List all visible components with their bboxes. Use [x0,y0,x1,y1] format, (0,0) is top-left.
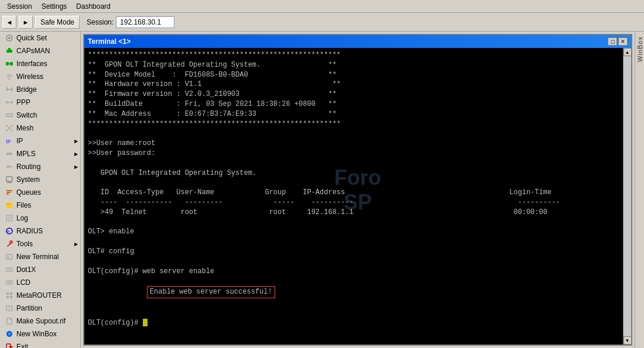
sidebar-item-system[interactable]: System [0,173,80,186]
terminal-controls: ◻ ✕ [608,37,628,46]
svg-rect-53 [6,296,9,298]
svg-line-26 [9,128,12,130]
terminal-titlebar: Terminal <1> ◻ ✕ [84,35,631,48]
sidebar-item-queues[interactable]: Queues [0,186,80,199]
svg-point-0 [8,37,11,39]
svg-point-58 [8,332,11,336]
terminal-success-message: Enable web server successful! [88,276,619,308]
sidebar-item-files[interactable]: Files [0,199,80,212]
sidebar-label-routing: Routing [16,163,40,171]
content-area: Terminal <1> ◻ ✕ ***********************… [81,32,635,348]
terminal-body[interactable]: ****************************************… [84,48,623,344]
sidebar-item-switch[interactable]: Switch [0,109,80,122]
sidebar-item-ppp[interactable]: PPP [0,96,80,109]
log-icon [5,215,14,222]
terminal-line: GPON OLT Integrated Operating System. [88,168,619,178]
gear-icon [5,35,14,42]
cursor [143,319,148,326]
sidebar-label-capsman: CAPsMAN [16,47,50,55]
terminal-restore-button[interactable]: ◻ [608,37,617,46]
terminal-line: OLT# config [88,247,619,257]
session-label: Session: [87,18,114,26]
menu-session[interactable]: Session [2,1,37,12]
svg-rect-34 [6,192,11,193]
sidebar-item-metarouter[interactable]: MetaROUTER [0,289,80,302]
svg-point-15 [7,115,8,116]
success-box: Enable web server successful! [147,286,275,298]
terminal-line: ** Device Model : FD1608S-B0-BDA0 ** [88,70,619,80]
sidebar-item-ip[interactable]: IP IP ▶ [0,135,80,147]
svg-rect-50 [8,282,11,283]
sidebar-item-exit[interactable]: Exit [0,340,80,348]
sidebar-item-wireless[interactable]: Wireless [0,70,80,83]
sidebar-item-bridge[interactable]: Bridge [0,83,80,96]
terminal-line-web-server: OLT(config)# web server enable [88,267,619,277]
mpls-arrow: ▶ [74,151,78,157]
terminal-icon [5,253,14,260]
wireless-icon [5,73,14,80]
sidebar-item-partition[interactable]: Partition [0,302,80,315]
make-supout-icon [5,318,14,325]
sidebar-item-tools[interactable]: Tools ▶ [0,237,80,250]
session-value: 192.168.30.1 [116,16,174,28]
sidebar-item-quick-set[interactable]: Quick Set [0,32,80,44]
menu-dashboard[interactable]: Dashboard [71,1,115,12]
sidebar-item-log[interactable]: Log [0,212,80,225]
terminal-close-button[interactable]: ✕ [618,37,628,46]
sidebar-label-switch: Switch [16,111,37,119]
sidebar-label-ip: IP [16,137,23,145]
sidebar-item-interfaces[interactable]: Interfaces [0,57,80,70]
sidebar-label-metarouter: MetaROUTER [16,291,61,299]
mpls-icon [5,150,14,157]
sidebar-item-dot1x[interactable]: Dot1X [0,263,80,276]
sidebar-item-capsman[interactable]: CAPsMAN [0,44,80,57]
sidebar-label-mpls: MPLS [16,150,36,158]
svg-point-12 [11,101,13,104]
menu-settings[interactable]: Settings [37,1,71,12]
ppp-icon [5,99,14,106]
sidebar-item-mpls[interactable]: MPLS ▶ [0,147,80,160]
ip-arrow: ▶ [74,139,78,144]
sidebar-label-dot1x: Dot1X [16,266,36,274]
safe-mode-button[interactable]: Safe Mode [35,16,80,29]
scroll-down-button[interactable]: ▼ [624,336,632,344]
terminal-line [88,129,619,139]
terminal-line: ****************************************… [88,50,619,60]
sidebar-label-system: System [16,175,40,184]
svg-text:IP: IP [6,139,11,144]
sidebar-item-new-terminal[interactable]: New Terminal [0,250,80,263]
svg-point-48 [9,269,11,271]
terminal-line [88,218,619,228]
scroll-track[interactable] [624,56,631,336]
back-button[interactable]: ◄ [2,16,16,29]
sidebar-item-new-winbox[interactable]: New WinBox [0,328,80,340]
sidebar-label-files: Files [16,201,31,209]
svg-rect-3 [8,48,11,50]
switch-icon [5,112,14,119]
terminal-line [88,308,619,318]
sidebar-item-lcd[interactable]: LCD [0,276,80,289]
sidebar-label-bridge: Bridge [16,85,37,94]
sidebar-item-routing[interactable]: Routing ▶ [0,160,80,173]
terminal-title: Terminal <1> [88,37,131,46]
sidebar-label-queues: Queues [16,188,41,197]
scroll-up-button[interactable]: ▲ [624,48,632,56]
sidebar-item-radius[interactable]: R RADIUS [0,225,80,237]
svg-line-24 [9,126,12,128]
terminal-line: ** Mac Address : E0:67:B3:7A:E9:33 ** [88,109,619,119]
forward-button[interactable]: ► [19,16,33,29]
sidebar-item-make-supout[interactable]: Make Supout.rif [0,315,80,328]
svg-point-44 [10,241,12,243]
main-layout: Quick Set CAPsMAN Interfaces Wireless Br [0,32,644,348]
metarouter-icon [5,292,14,299]
terminal-line: ---- ----------- --------- ----- -------… [88,198,619,208]
svg-line-23 [7,126,9,128]
terminal-line: ID Access-Type User-Name Group IP-Addres… [88,188,619,198]
sidebar-label-mesh: Mesh [16,124,33,132]
capsman-icon [5,47,14,54]
sidebar-label-radius: RADIUS [16,227,43,235]
sidebar-label-new-winbox: New WinBox [16,330,57,338]
sidebar-label-wireless: Wireless [16,73,43,81]
svg-rect-37 [6,203,9,205]
sidebar-item-mesh[interactable]: Mesh [0,122,80,135]
